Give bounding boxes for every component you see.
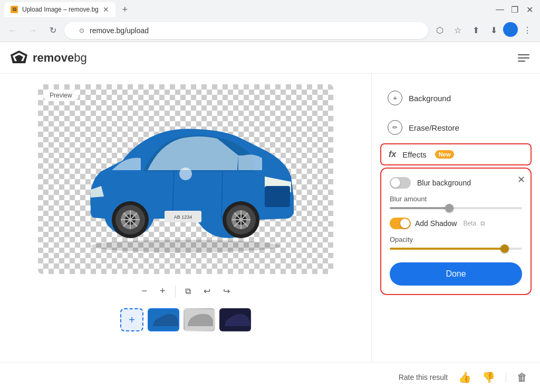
app-body: Preview [0,74,540,362]
svg-point-3 [91,240,281,252]
controls-divider [175,285,176,298]
bottom-divider [506,372,506,383]
preview-label: Preview [43,90,79,101]
background-icon: + [388,91,402,105]
thumbnail-dark-car[interactable] [219,308,251,331]
delete-button[interactable]: 🗑 [515,369,529,386]
browser-titlebar: 🖼 Upload Image – remove.bg ✕ + — ❐ ✕ [0,0,540,19]
background-label: Background [409,94,451,103]
sidebar: + Background ✏ Erase/Restore fx Effects … [371,74,540,362]
blur-background-toggle[interactable] [390,177,411,189]
menu-button[interactable]: ⋮ [519,22,536,39]
zoom-out-button[interactable]: − [138,282,150,300]
redo-button[interactable]: ↪ [220,283,233,299]
reload-button[interactable]: ↻ [44,22,61,39]
forward-button[interactable]: → [24,22,41,39]
address-bar[interactable]: ⊙ remove.bg/upload [64,22,428,39]
checkerboard-bg: AB 1234 [38,84,333,274]
add-shadow-label: Add Shadow [415,219,457,228]
window-controls: — ❐ ✕ [494,5,536,14]
blur-amount-label: Blur amount [390,195,522,203]
tab-title: Upload Image – remove.bg [22,6,99,13]
toolbar-actions: ⬡ ☆ ⬆ ⬇ 👤 ⋮ [431,22,536,39]
opacity-section: Opacity [390,236,522,250]
external-link-icon[interactable]: ⧉ [480,220,485,227]
blur-toggle-thumb [391,178,400,188]
svg-rect-4 [265,186,290,207]
blur-slider-fill [390,207,449,209]
opacity-slider-track[interactable] [390,248,522,250]
done-button[interactable]: Done [390,262,522,286]
undo-button[interactable]: ↩ [200,283,214,299]
rate-label: Rate this result [399,373,448,381]
canvas-controls: − + ⧉ ↩ ↪ [138,282,233,300]
back-button[interactable]: ← [4,22,21,39]
canvas-container: Preview [38,84,333,274]
erase-restore-icon: ✏ [388,120,402,135]
hamburger-menu[interactable] [518,54,529,62]
add-shadow-toggle-thumb [400,219,410,228]
share-button[interactable]: ⬆ [467,22,484,39]
app: removebg Preview [0,42,540,392]
canvas-area: Preview [0,74,371,362]
car-image: AB 1234 [59,103,312,256]
blur-background-row: Blur background [390,177,522,189]
logo-icon [11,51,27,65]
zoom-in-button[interactable]: + [157,282,169,300]
browser-tab[interactable]: 🖼 Upload Image – remove.bg ✕ [4,2,115,17]
thumbnail-suv[interactable] [184,308,215,331]
download-button[interactable]: ⬇ [485,22,502,39]
erase-restore-label: Erase/Restore [409,123,459,132]
bookmark-button[interactable]: ☆ [449,22,466,39]
add-thumbnail-button[interactable]: + [120,308,143,331]
effects-label: Effects [402,150,427,159]
maximize-button[interactable]: ❐ [508,5,521,14]
new-tab-button[interactable]: + [118,2,132,17]
effects-fx-icon: fx [389,150,396,159]
opacity-label: Opacity [390,236,522,243]
blur-background-label: Blur background [417,179,471,187]
logo-text: removebg [33,51,87,65]
tab-close-icon[interactable]: ✕ [103,5,109,14]
effects-popup: ✕ Blur background Blur amount [380,168,532,295]
profile-button[interactable]: 👤 [503,22,518,37]
beta-badge: Beta [463,220,476,227]
address-text: remove.bg/upload [90,26,149,35]
opacity-slider-thumb[interactable] [500,244,509,253]
tab-favicon: 🖼 [11,6,18,13]
cast-button[interactable]: ⬡ [431,22,448,39]
svg-point-5 [179,168,192,180]
blur-slider-track[interactable] [390,207,522,209]
thumbs-down-button[interactable]: 👎 [480,369,497,386]
bottom-bar: Rate this result 👍 👎 🗑 [0,362,540,392]
erase-restore-button[interactable]: ✏ Erase/Restore [380,114,532,141]
blur-amount-section: Blur amount [390,195,522,209]
effects-button[interactable]: fx Effects New [380,143,532,165]
effects-panel-wrapper: fx Effects New ✕ Blur background [380,143,532,295]
browser-toolbar: ← → ↻ ⊙ remove.bg/upload ⬡ ☆ ⬆ ⬇ 👤 ⋮ [0,19,540,42]
close-button[interactable]: ✕ [523,5,536,14]
add-shadow-row: Add Shadow Beta ⧉ [390,218,522,229]
new-badge: New [435,150,455,159]
logo-bg: bg [74,51,86,64]
thumbnail-car-blue[interactable] [148,308,179,331]
minimize-button[interactable]: — [494,5,506,14]
app-header: removebg [0,42,540,74]
svg-text:AB 1234: AB 1234 [174,214,192,220]
background-button[interactable]: + Background [380,84,532,112]
close-popup-button[interactable]: ✕ [517,174,525,185]
compare-button[interactable]: ⧉ [182,283,194,299]
thumbnail-strip: + [120,308,251,331]
logo: removebg [11,51,87,65]
thumbs-up-button[interactable]: 👍 [456,369,474,386]
blur-slider-thumb[interactable] [445,204,454,212]
add-shadow-toggle[interactable] [390,218,411,229]
logo-remove: remove [33,51,74,64]
lock-icon: ⊙ [79,27,84,34]
